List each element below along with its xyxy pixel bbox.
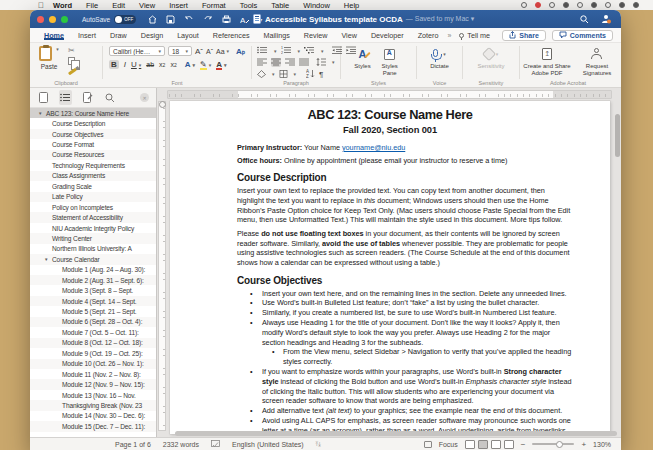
zoom-in-button[interactable]: + xyxy=(581,440,586,449)
nav-item[interactable]: Thanksgiving Break (Nov. 23 xyxy=(30,400,156,410)
nav-item[interactable]: Course Objectives xyxy=(30,129,156,139)
nav-item[interactable]: Module 3 (Sept. 8 – Sept. xyxy=(30,285,156,295)
nav-item[interactable]: Writing Center xyxy=(30,233,156,243)
menu-file[interactable]: File xyxy=(79,1,105,10)
nav-item[interactable]: Module 10 (Oct. 26 – Nov. 1): xyxy=(30,359,156,369)
zoom-percentage[interactable]: 130% xyxy=(593,441,611,448)
recording-status-icon[interactable] xyxy=(535,2,541,8)
sort-button[interactable]: AZ xyxy=(306,69,315,79)
nav-item[interactable]: Module 11 (Nov. 2 – Nov. 8): xyxy=(30,369,156,379)
shrink-font-button[interactable]: Aˇ xyxy=(206,48,213,55)
sensitivity-button[interactable]: ▾ Sensitivity xyxy=(477,43,504,87)
nav-item[interactable]: Module 6 (Sept. 28 – Oct. 4): xyxy=(30,317,156,327)
bluetooth-icon[interactable] xyxy=(591,2,597,8)
menu-table[interactable]: Table xyxy=(264,1,296,10)
page-count[interactable]: Page 1 of 6 xyxy=(115,441,151,448)
nav-item[interactable]: ▼Course Calendar xyxy=(30,254,156,264)
text-effects-button[interactable]: A▾ xyxy=(185,60,195,69)
read-mode-view-button[interactable] xyxy=(465,440,475,449)
vertical-scrollbar[interactable] xyxy=(615,114,620,157)
menu-word[interactable]: Word xyxy=(44,1,79,10)
change-case-button[interactable]: Aa▾ xyxy=(216,48,229,55)
nav-item[interactable]: Technology Requirements xyxy=(30,160,156,170)
nav-item[interactable]: Statement of Accessibility xyxy=(30,212,156,222)
clock-icon[interactable] xyxy=(577,2,583,8)
align-left-button[interactable] xyxy=(257,58,267,67)
status-icon-1[interactable] xyxy=(549,2,555,8)
status-icon-2[interactable] xyxy=(563,2,569,8)
nav-item[interactable]: Course Format xyxy=(30,139,156,149)
clear-formatting-button[interactable]: Aₚ xyxy=(236,47,245,56)
numbering-button[interactable]: 12 xyxy=(281,46,292,55)
menu-insert[interactable]: Insert xyxy=(162,1,195,10)
tab-mailings[interactable]: Mailings xyxy=(256,31,296,40)
menu-edit[interactable]: Edit xyxy=(105,1,132,10)
user-status-icon[interactable] xyxy=(521,2,527,8)
undo-icon[interactable] xyxy=(184,15,194,24)
more-tabs-chevron[interactable]: » xyxy=(445,32,453,39)
spellcheck-icon[interactable] xyxy=(211,440,220,449)
nav-item[interactable]: ▼ABC 123: Course Name Here xyxy=(30,108,156,118)
nav-item[interactable]: Module 5 (Sept. 21 – Sept. xyxy=(30,306,156,316)
nav-item[interactable]: Policy on Incompletes xyxy=(30,202,156,212)
tab-insert[interactable]: Insert xyxy=(71,31,103,40)
nav-item[interactable]: Module 2 (Aug. 31 – Sept. 6): xyxy=(30,275,156,285)
zoom-window-button[interactable] xyxy=(61,16,68,23)
menu-tools[interactable]: Tools xyxy=(233,1,265,10)
print-layout-view-button[interactable] xyxy=(478,440,488,449)
autosave-toggle[interactable]: AutoSave OFF xyxy=(82,15,136,24)
align-right-button[interactable] xyxy=(285,58,295,67)
accessibility-icon[interactable]: ⤒⤓ xyxy=(316,441,321,448)
search-icon[interactable] xyxy=(580,15,589,24)
superscript-button[interactable]: x2 xyxy=(170,61,176,68)
copy-icon[interactable] xyxy=(68,57,75,65)
account-avatar-icon[interactable] xyxy=(601,14,611,24)
tab-review[interactable]: Review xyxy=(297,31,335,40)
vertical-ruler[interactable] xyxy=(158,101,166,431)
outline-view-button[interactable] xyxy=(504,440,514,449)
save-icon[interactable] xyxy=(166,15,175,24)
word-count[interactable]: 2332 words xyxy=(163,441,199,448)
saved-status[interactable]: — Saved to my Mac ▾ xyxy=(406,15,475,23)
font-name-select[interactable]: Calibri (He…▾ xyxy=(109,46,165,56)
nav-item[interactable]: Module 14 (Nov. 30 – Dec. 6): xyxy=(30,411,156,421)
zoom-slider[interactable] xyxy=(532,443,574,445)
sidebar-search-tab[interactable] xyxy=(103,90,116,105)
bold-button[interactable]: B xyxy=(109,60,119,69)
strikethrough-button[interactable]: ab xyxy=(146,61,154,68)
nav-item[interactable]: Module 13 (Nov. 16 – Nov. xyxy=(30,390,156,400)
redo-icon[interactable] xyxy=(203,15,213,24)
shading-button[interactable] xyxy=(257,70,266,79)
toolbar-options-chevron[interactable]: ▾ xyxy=(259,16,262,23)
autosave-switch[interactable]: OFF xyxy=(114,15,136,24)
document-page[interactable]: ABC 123: Course Name HereFall 2020, Sect… xyxy=(170,101,610,434)
tab-references[interactable]: References xyxy=(206,31,257,40)
borders-button[interactable] xyxy=(279,70,288,79)
review-pane-tab[interactable] xyxy=(81,90,94,105)
nav-item[interactable]: Module 15 (Dec. 7 – Dec. 11): xyxy=(30,421,156,431)
italic-button[interactable]: I xyxy=(124,60,126,69)
menu-window[interactable]: Window xyxy=(296,1,337,10)
nav-item[interactable]: Class Assignments xyxy=(30,171,156,181)
underline-button[interactable]: U▾ xyxy=(131,60,141,69)
bullets-button[interactable] xyxy=(257,46,268,55)
format-painter-icon[interactable] xyxy=(68,68,77,76)
grow-font-button[interactable]: Aˆ xyxy=(195,47,203,56)
font-color-button[interactable]: A▾ xyxy=(216,60,226,69)
cut-icon[interactable]: ✂ xyxy=(68,47,77,55)
comments-button[interactable]: Comments xyxy=(552,30,613,41)
close-window-button[interactable] xyxy=(37,16,44,23)
nav-item[interactable]: Northern Illinois University: A xyxy=(30,244,156,254)
font-size-select[interactable]: 18▾ xyxy=(168,46,192,56)
volume-icon[interactable] xyxy=(633,2,639,8)
create-pdf-button[interactable]: Create and Share Adobe PDF xyxy=(521,43,573,87)
menu-help[interactable]: Help xyxy=(337,1,366,10)
request-signatures-button[interactable]: Request Signatures xyxy=(579,43,615,87)
horizontal-scrollbar[interactable] xyxy=(175,431,617,436)
nav-item[interactable]: Course Description xyxy=(30,118,156,128)
tab-view[interactable]: View xyxy=(334,31,363,40)
nav-item[interactable]: Module 1 (Aug. 24 – Aug. 30): xyxy=(30,265,156,275)
tab-zotero[interactable]: Zotero xyxy=(411,31,446,40)
tab-design[interactable]: Design xyxy=(134,31,170,40)
justify-button[interactable] xyxy=(299,58,309,67)
